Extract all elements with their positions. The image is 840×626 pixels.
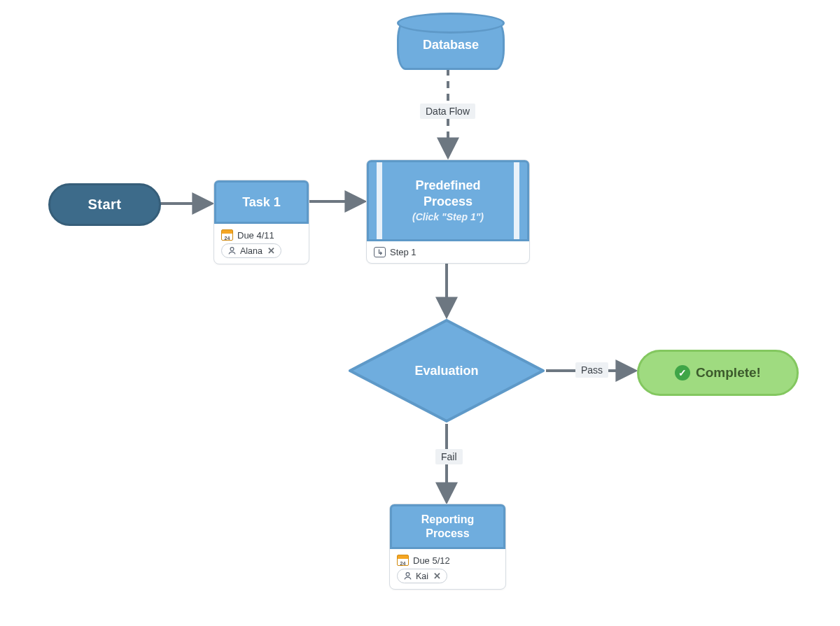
svg-point-6	[230, 248, 234, 251]
database-lid	[397, 13, 505, 34]
node-complete-label: Complete!	[696, 365, 761, 380]
enter-subprocess-icon: ↳	[374, 247, 386, 257]
edge-label-dataflow: Data Flow	[420, 104, 475, 119]
predefined-bar-left	[377, 162, 382, 239]
flowchart-canvas[interactable]: Database Data Flow Start Task 1 Due 4/11…	[0, 0, 840, 626]
node-task1-head: Task 1	[214, 180, 309, 224]
task1-assignee-tag[interactable]: Alana ✕	[221, 243, 281, 258]
edge-label-pass: Pass	[575, 362, 608, 378]
predefined-bar-right	[514, 162, 519, 239]
node-predefined-process[interactable]: Predefined Process (Click "Step 1") ↳ St…	[366, 159, 530, 264]
node-complete[interactable]: ✓ Complete!	[637, 350, 799, 396]
evaluation-label: Evaluation	[348, 318, 545, 423]
predefined-title: Predefined Process	[399, 178, 497, 209]
remove-assignee-icon[interactable]: ✕	[433, 571, 441, 581]
node-task1-label: Task 1	[242, 194, 281, 211]
calendar-icon	[221, 229, 233, 241]
node-start[interactable]: Start	[48, 183, 161, 226]
predefined-subprocess-link[interactable]: ↳ Step 1	[374, 247, 522, 257]
check-circle-icon: ✓	[675, 365, 690, 380]
reporting-assignee-tag[interactable]: Kai ✕	[397, 569, 447, 583]
reporting-label: Reporting Process	[406, 513, 490, 541]
task1-due: Due 4/11	[221, 229, 302, 241]
svg-point-8	[406, 573, 410, 576]
calendar-icon	[397, 555, 409, 566]
person-icon	[403, 571, 412, 581]
node-database-label: Database	[423, 38, 479, 52]
reporting-due: Due 5/12	[397, 555, 498, 566]
task1-due-text: Due 4/11	[237, 230, 274, 241]
remove-assignee-icon[interactable]: ✕	[267, 246, 275, 256]
predefined-head: Predefined Process (Click "Step 1")	[367, 160, 529, 241]
reporting-due-text: Due 5/12	[413, 555, 450, 566]
node-start-label: Start	[88, 197, 121, 213]
predefined-hint: (Click "Step 1")	[412, 211, 484, 224]
person-icon	[227, 246, 237, 255]
reporting-head: Reporting Process	[390, 504, 505, 549]
reporting-assignee-name: Kai	[416, 571, 428, 581]
edge-label-fail: Fail	[435, 449, 463, 464]
node-evaluation[interactable]: Evaluation	[348, 318, 545, 423]
node-task1[interactable]: Task 1 Due 4/11 Alana ✕	[214, 180, 309, 264]
node-reporting[interactable]: Reporting Process Due 5/12 Kai ✕	[389, 504, 506, 590]
predefined-subprocess-label: Step 1	[390, 247, 416, 257]
task1-assignee-name: Alana	[240, 246, 262, 256]
